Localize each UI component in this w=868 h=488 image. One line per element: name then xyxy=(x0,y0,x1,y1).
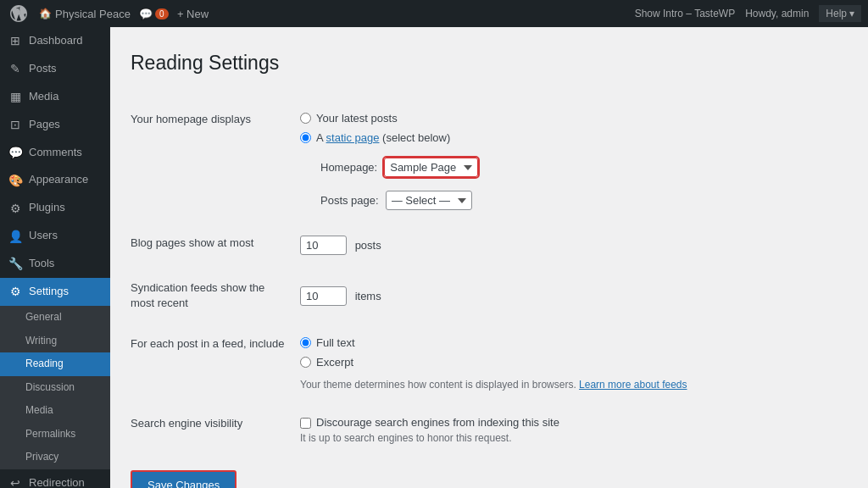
blog-pages-field: posts xyxy=(300,223,809,268)
settings-submenu: General Writing Reading Discussion Media… xyxy=(0,306,110,469)
admin-bar: 🏠 Physical Peace 💬 0 + New Show Intro – … xyxy=(0,0,868,27)
pages-icon: ⊡ xyxy=(8,118,22,131)
admin-sidebar: ⊞Dashboard ✎Posts ▦Media ⊡Pages 💬Comment… xyxy=(0,27,110,488)
page-title: Reading Settings xyxy=(131,44,809,82)
search-visibility-field: Discourage search engines from indexing … xyxy=(300,403,809,457)
static-page-link[interactable]: static page xyxy=(326,131,380,144)
feed-radio-group: Full text Excerpt Your theme determines … xyxy=(300,336,809,391)
excerpt-label: Excerpt xyxy=(316,356,353,369)
homepage-displays-row: Your homepage displays Your latest posts xyxy=(131,99,809,223)
blog-pages-label: Blog pages show at most xyxy=(131,223,300,268)
admin-menu: ⊞Dashboard ✎Posts ▦Media ⊡Pages 💬Comment… xyxy=(0,27,110,488)
chevron-down-icon: ▾ xyxy=(849,8,854,19)
homepage-radio-group: Your latest posts A static page (select … xyxy=(300,112,809,210)
latest-posts-label: Your latest posts xyxy=(316,112,398,125)
syndication-field: items xyxy=(300,268,809,324)
sidebar-item-media[interactable]: ▦Media xyxy=(0,83,110,111)
submit-section: Save Changes xyxy=(131,457,809,488)
excerpt-radio[interactable] xyxy=(300,357,311,368)
static-page-row: A static page (select below) xyxy=(300,131,809,144)
comments-count: 0 xyxy=(155,8,169,19)
save-changes-button[interactable]: Save Changes xyxy=(131,470,236,488)
appearance-icon: 🎨 xyxy=(8,174,22,187)
tools-icon: 🔧 xyxy=(8,258,22,271)
search-checkbox-label: Discourage search engines from indexing … xyxy=(316,416,559,429)
sidebar-item-dashboard[interactable]: ⊞Dashboard xyxy=(0,27,110,55)
users-icon: 👤 xyxy=(8,230,22,243)
sidebar-item-appearance[interactable]: 🎨Appearance xyxy=(0,166,110,194)
feed-include-row: For each post in a feed, include Full te… xyxy=(131,324,809,403)
settings-icon: ⚙ xyxy=(8,285,22,298)
homepage-select[interactable]: Sample Page About Contact Blog xyxy=(384,158,478,177)
latest-posts-row: Your latest posts xyxy=(300,112,809,125)
submenu-item-discussion[interactable]: Discussion xyxy=(0,376,110,400)
submenu-item-privacy[interactable]: Privacy xyxy=(0,446,110,469)
posts-icon: ✎ xyxy=(8,62,22,75)
search-description: It is up to search engines to honor this… xyxy=(300,432,809,444)
full-text-label: Full text xyxy=(316,336,355,349)
dashboard-icon: ⊞ xyxy=(8,34,22,47)
full-text-radio[interactable] xyxy=(300,337,311,348)
sidebar-item-posts[interactable]: ✎Posts xyxy=(0,55,110,83)
latest-posts-radio[interactable] xyxy=(300,113,311,124)
blog-pages-suffix: posts xyxy=(355,239,381,252)
comments-icon: 💬 xyxy=(8,146,22,159)
excerpt-row: Excerpt xyxy=(300,356,809,369)
syndication-row: Syndication feeds show the most recent i… xyxy=(131,268,809,324)
submenu-item-writing[interactable]: Writing xyxy=(0,330,110,353)
feed-include-label: For each post in a feed, include xyxy=(131,324,300,403)
homepage-select-row: Homepage: Sample Page About Contact Blog xyxy=(320,158,809,177)
static-page-radio[interactable] xyxy=(300,132,311,143)
syndication-label: Syndication feeds show the most recent xyxy=(131,268,300,324)
blog-pages-row: Blog pages show at most posts xyxy=(131,223,809,268)
sidebar-item-redirection[interactable]: ↩Redirection xyxy=(0,469,110,488)
feed-learn-more-link[interactable]: Learn more about feeds xyxy=(579,379,687,391)
homepage-displays-field: Your latest posts A static page (select … xyxy=(300,99,809,223)
plugins-icon: ⚙ xyxy=(8,202,22,215)
static-page-label: A static page (select below) xyxy=(316,131,450,144)
submenu-item-reading[interactable]: Reading xyxy=(0,352,110,376)
comments-link[interactable]: 💬 0 xyxy=(139,8,169,20)
media-icon: ▦ xyxy=(8,90,22,103)
feed-description: Your theme determines how content is dis… xyxy=(300,379,809,391)
posts-page-select-row: Posts page: — Select — Home Blog News xyxy=(320,191,809,210)
submenu-item-permalinks[interactable]: Permalinks xyxy=(0,423,110,446)
show-intro-link[interactable]: Show Intro – TasteWP xyxy=(635,8,736,19)
new-content-button[interactable]: + New xyxy=(177,8,209,20)
settings-table: Your homepage displays Your latest posts xyxy=(131,99,809,457)
site-name[interactable]: 🏠 Physical Peace xyxy=(39,8,131,20)
search-visibility-label: Search engine visibility xyxy=(131,403,300,457)
sidebar-item-tools[interactable]: 🔧Tools xyxy=(0,250,110,278)
full-text-row: Full text xyxy=(300,336,809,349)
sidebar-item-settings[interactable]: ⚙Settings General Writing Reading Discus… xyxy=(0,278,110,469)
homepage-select-label: Homepage: xyxy=(320,161,377,174)
house-icon: 🏠 xyxy=(39,8,52,19)
syndication-suffix: items xyxy=(355,290,381,302)
redirection-icon: ↩ xyxy=(8,477,22,489)
comment-icon: 💬 xyxy=(139,8,153,20)
sidebar-item-users[interactable]: 👤Users xyxy=(0,222,110,250)
reading-settings-form: Your homepage displays Your latest posts xyxy=(131,99,809,488)
blog-pages-input[interactable] xyxy=(300,236,347,255)
main-content: Reading Settings Your homepage displays xyxy=(110,27,868,488)
howdy-label: Howdy, admin xyxy=(745,8,809,19)
search-checkbox-row: Discourage search engines from indexing … xyxy=(300,416,809,429)
sidebar-item-plugins[interactable]: ⚙Plugins xyxy=(0,194,110,222)
feed-include-field: Full text Excerpt Your theme determines … xyxy=(300,324,809,403)
submenu-item-media[interactable]: Media xyxy=(0,399,110,423)
sidebar-item-pages[interactable]: ⊡Pages xyxy=(0,111,110,139)
search-visibility-checkbox[interactable] xyxy=(300,418,311,429)
posts-page-label: Posts page: xyxy=(320,194,379,207)
syndication-input[interactable] xyxy=(300,286,347,306)
submenu-item-general[interactable]: General xyxy=(0,306,110,330)
search-visibility-row: Search engine visibility Discourage sear… xyxy=(131,403,809,457)
sidebar-item-comments[interactable]: 💬Comments xyxy=(0,139,110,167)
posts-page-select[interactable]: — Select — Home Blog News xyxy=(386,191,472,210)
homepage-displays-label: Your homepage displays xyxy=(131,99,300,223)
wp-logo-icon[interactable] xyxy=(7,2,31,25)
help-button[interactable]: Help ▾ xyxy=(819,5,861,22)
